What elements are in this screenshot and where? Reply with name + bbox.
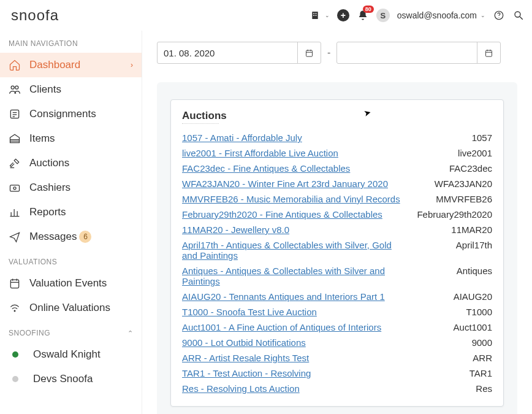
sidebar-item-clients[interactable]: Clients (0, 77, 142, 102)
sidebar-item-label: Items (29, 132, 55, 145)
auction-row: live2001 - First Affordable Live Auction… (182, 145, 492, 161)
auction-link[interactable]: 9000 - Lot Outbid Notifications (182, 337, 306, 348)
sidebar-section-snoofing[interactable]: SNOOFING ⌃ (0, 320, 142, 342)
auction-row: February29th2020 - Fine Antiques & Colle… (182, 207, 492, 222)
sidebar-item-dashboard[interactable]: Dashboard › (0, 53, 142, 77)
date-to-input[interactable] (337, 48, 477, 58)
svg-point-6 (498, 17, 499, 18)
auction-row: Auct1001 - A Fine Auction of Antiques of… (182, 320, 492, 335)
auction-link[interactable]: Auct1001 - A Fine Auction of Antiques of… (182, 322, 381, 332)
auction-link[interactable]: AIAUG20 - Tennants Antiques and Interior… (182, 291, 385, 302)
sidebar-item-label: Reports (29, 206, 66, 218)
svg-point-7 (515, 12, 520, 17)
user-email[interactable]: oswald@snoofa.com (397, 10, 477, 20)
svg-rect-4 (315, 15, 316, 16)
auction-link[interactable]: 11MAR20 - Jewellery v8.0 (182, 224, 289, 235)
notifications-bell-icon[interactable]: 80 (357, 9, 369, 21)
sidebar-item-online-valuations[interactable]: Online Valuations (0, 296, 142, 320)
chevron-down-icon: ⌄ (325, 12, 330, 18)
add-button[interactable]: + (337, 9, 349, 21)
chevron-up-icon: ⌃ (127, 329, 134, 337)
svg-rect-18 (10, 185, 20, 191)
auction-link[interactable]: WFA23JAN20 - Winter Fine Art 23rd Januar… (182, 178, 388, 189)
sidebar-item-label: Clients (29, 83, 61, 96)
top-header: snoofa ⌄ + 80 S oswald@snoofa.com ⌄ (0, 0, 532, 31)
calendar-icon[interactable] (297, 42, 321, 63)
svg-rect-0 (312, 12, 317, 19)
svg-point-27 (14, 310, 15, 312)
auctions-list: 1057 - Amati - Affordable July1057live20… (182, 130, 492, 396)
warehouse-icon (9, 132, 29, 145)
chevron-down-icon: ⌄ (481, 12, 485, 18)
sidebar-item-consignments[interactable]: Consignments (0, 102, 142, 126)
building-icon[interactable] (309, 9, 321, 21)
snoofing-user-row[interactable]: Oswald Knight (0, 342, 142, 367)
sidebar-item-label: Online Valuations (29, 302, 110, 314)
auction-row: T1000 - Snoofa Test Live AuctionT1000 (182, 304, 492, 320)
auction-link[interactable]: Antiques - Antiques & Collectables with … (182, 266, 403, 286)
chart-icon (9, 206, 29, 218)
auction-link[interactable]: February29th2020 - Fine Antiques & Colle… (182, 209, 382, 220)
messages-count-badge: 6 (79, 231, 91, 243)
user-avatar[interactable]: S (376, 9, 390, 22)
auction-link[interactable]: live2001 - First Affordable Live Auction (182, 148, 338, 158)
sidebar-item-cashiers[interactable]: Cashiers (0, 175, 142, 200)
auction-link[interactable]: Res - Resolving Lots Auction (182, 383, 300, 394)
cash-icon (9, 182, 29, 194)
sidebar-item-messages[interactable]: Messages 6 (0, 224, 142, 249)
date-from-field[interactable] (157, 42, 321, 64)
chevron-right-icon: › (131, 61, 133, 69)
gavel-icon (9, 157, 29, 169)
auction-link[interactable]: FAC23dec - Fine Antiques & Collectables (182, 163, 350, 174)
snoofing-user-name: Oswald Knight (33, 348, 101, 361)
sidebar-item-items[interactable]: Items (0, 126, 142, 151)
dashboard-panel-container: Auctions 1057 - Amati - Affordable July1… (157, 82, 517, 414)
sidebar-item-auctions[interactable]: Auctions (0, 151, 142, 175)
auction-row: AIAUG20 - Tennants Antiques and Interior… (182, 289, 492, 304)
sidebar-item-label: Cashiers (29, 182, 70, 194)
sidebar-item-valuation-events[interactable]: Valuation Events (0, 271, 142, 296)
auction-link[interactable]: T1000 - Snoofa Test Live Auction (182, 307, 317, 317)
auction-row: 1057 - Amati - Affordable July1057 (182, 130, 492, 145)
auction-code: 1057 (466, 132, 492, 143)
auction-link[interactable]: April17th - Antiques & Collectables with… (182, 240, 403, 261)
auction-code: FAC23dec (443, 163, 492, 174)
help-icon[interactable] (493, 9, 505, 21)
auction-code: 11MAR20 (445, 224, 492, 235)
sidebar-item-reports[interactable]: Reports (0, 200, 142, 224)
calendar-icon[interactable] (477, 42, 500, 63)
svg-rect-2 (315, 13, 316, 14)
sidebar-item-label: Consignments (29, 108, 96, 120)
svg-rect-23 (10, 280, 18, 288)
home-icon (9, 59, 29, 71)
auction-row: ARR - Artist Resale Rights TestARR (182, 350, 492, 366)
svg-line-8 (520, 17, 523, 20)
date-from-input[interactable] (158, 48, 297, 58)
brand-logo[interactable]: snoofa (11, 7, 59, 24)
date-to-field[interactable] (336, 42, 501, 64)
svg-point-19 (13, 187, 16, 190)
auction-code: AIAUG20 (447, 291, 492, 302)
auction-row: Antiques - Antiques & Collectables with … (182, 263, 492, 289)
svg-rect-28 (306, 50, 313, 56)
sidebar-item-label: Auctions (29, 157, 69, 169)
auctions-panel-title: Auctions (182, 110, 492, 122)
notification-count-badge: 80 (363, 6, 374, 13)
auction-link[interactable]: 1057 - Amati - Affordable July (182, 132, 302, 143)
wifi-icon (9, 302, 29, 314)
auction-link[interactable]: TAR1 - Test Auction - Resolving (182, 368, 311, 378)
svg-rect-32 (486, 50, 492, 56)
svg-rect-1 (313, 13, 314, 14)
auction-row: TAR1 - Test Auction - ResolvingTAR1 (182, 366, 492, 381)
auction-code: February29th2020 (411, 209, 492, 220)
title-underline (182, 123, 219, 124)
auction-code: ARR (466, 353, 492, 363)
sidebar-item-label: Messages (29, 231, 77, 243)
snoofing-user-row[interactable]: Devs Snoofa (0, 367, 142, 391)
search-icon[interactable] (512, 9, 525, 21)
auction-link[interactable]: MMVRFEB26 - Music Memorabilia and Vinyl … (182, 194, 400, 204)
auction-row: 11MAR20 - Jewellery v8.011MAR20 (182, 222, 492, 237)
auction-row: WFA23JAN20 - Winter Fine Art 23rd Januar… (182, 176, 492, 191)
auction-row: MMVRFEB26 - Music Memorabilia and Vinyl … (182, 191, 492, 207)
auction-link[interactable]: ARR - Artist Resale Rights Test (182, 353, 309, 363)
